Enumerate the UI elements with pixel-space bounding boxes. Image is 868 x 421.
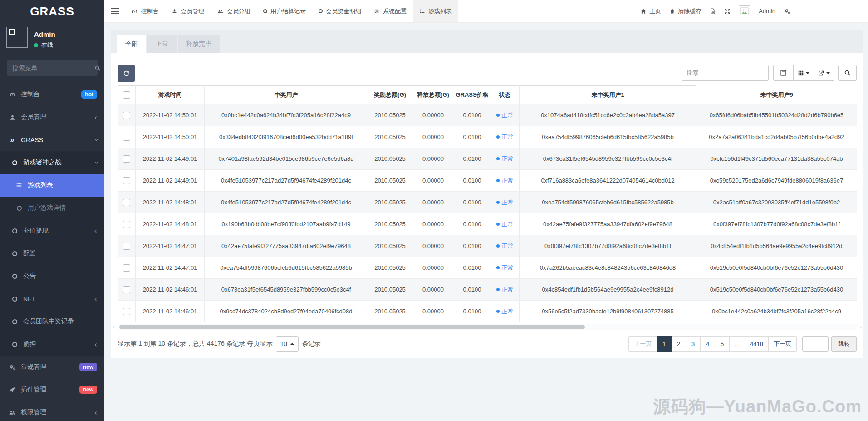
tab-user-settlement[interactable]: 用户结算记录 <box>257 0 312 22</box>
columns-dropdown-button[interactable] <box>794 65 814 81</box>
table-row: 2022-11-02 14:48:01 0x190b63b0db08be7cf9… <box>118 213 857 235</box>
scroll-right-icon[interactable]: › <box>860 324 862 330</box>
sidebar-item-team-win-records[interactable]: 会员团队中奖记录 <box>0 310 104 333</box>
scroll-left-icon[interactable]: ‹ <box>113 324 114 330</box>
filter-tab-normal[interactable]: 正常 <box>147 35 177 53</box>
table-row: 2022-11-02 14:47:01 0x42ae75fafe9f327775… <box>118 235 857 257</box>
home-link[interactable]: 主页 <box>640 7 661 15</box>
tab-system-config[interactable]: 系统配置 <box>368 0 413 22</box>
sidebar-item-label: 游戏诸神之战 <box>23 158 61 167</box>
settings-button[interactable] <box>784 8 791 15</box>
row-checkbox[interactable] <box>123 221 130 228</box>
cell-loser1-address: 0xea754df599876065cfeb6d615fbc585622a598… <box>520 192 696 213</box>
tab-label: 会员分组 <box>227 7 250 15</box>
sidebar-item-members[interactable]: 会员管理 ‹ <box>0 106 104 129</box>
table-search-input[interactable] <box>682 65 769 81</box>
topbar-avatar[interactable] <box>739 5 750 17</box>
refresh-button[interactable] <box>118 65 135 82</box>
cell-loser9-address: 0x2a7a2a06341bda1cd2d4ab05b7f56b0dbe4a2d… <box>696 126 857 148</box>
tab-label: 会员管理 <box>181 7 204 15</box>
row-checkbox[interactable] <box>123 199 130 206</box>
user-avatar[interactable] <box>6 27 28 48</box>
scrollbar-thumb[interactable] <box>119 325 585 329</box>
sidebar-item-game-list[interactable]: 游戏列表 <box>0 174 104 197</box>
row-checkbox[interactable] <box>123 286 130 293</box>
sidebar-item-label: 插件管理 <box>21 386 46 394</box>
sidebar-item-config[interactable]: 配置 <box>0 242 104 265</box>
row-checkbox[interactable] <box>123 243 130 250</box>
sidebar-item-label: GRASS <box>21 136 43 144</box>
page-button-1[interactable]: 1 <box>657 336 672 352</box>
sidebar: GRASS Admin 在线 控制台 hot 会员管理 ‹ » GRASS ‹ <box>0 0 104 421</box>
tab-member-funds[interactable]: 会员资金明细 <box>312 0 368 22</box>
sidebar-toggle-button[interactable] <box>104 0 125 22</box>
tab-dashboard[interactable]: 控制台 <box>125 0 165 22</box>
sidebar-item-grass[interactable]: » GRASS ‹ <box>0 129 104 151</box>
status-badge: 正常 <box>496 133 514 141</box>
column-header-loser9[interactable]: 未中奖用户9 <box>696 85 857 104</box>
filter-tab-all[interactable]: 全部 <box>117 35 146 53</box>
sidebar-item-general-manage[interactable]: 常规管理 new <box>0 356 104 378</box>
row-checkbox[interactable] <box>123 308 130 315</box>
page-button-last[interactable]: 4418 <box>745 336 769 352</box>
user-icon <box>172 8 177 14</box>
cell-loser9-address: 0x0bc1e442c0a624b34bf7fc3f205a16c28f22a4… <box>696 301 857 322</box>
cell-released-total: 0.00000 <box>412 148 454 169</box>
card-view-button[interactable] <box>773 65 794 81</box>
sidebar-item-recharge-withdraw[interactable]: 充值提现 ‹ <box>0 219 104 242</box>
page-jump-input[interactable] <box>802 336 829 352</box>
page-button-2[interactable]: 2 <box>672 336 686 352</box>
game-table: 游戏时间 中奖用户 奖励总额(G) 释放总额(G) GRASS价格 状态 未中奖… <box>118 85 857 322</box>
sidebar-item-user-game-detail[interactable]: 用户游戏详情 <box>0 197 104 219</box>
page-button-3[interactable]: 3 <box>686 336 701 352</box>
chevron-down-icon: ‹ <box>91 139 100 141</box>
tab-members[interactable]: 会员管理 <box>165 0 211 22</box>
sidebar-item-announcement[interactable]: 公告 <box>0 265 104 287</box>
language-button[interactable] <box>710 8 716 15</box>
row-checkbox[interactable] <box>123 134 130 141</box>
column-header-grass-price[interactable]: GRASS价格 <box>454 85 490 104</box>
row-checkbox[interactable] <box>123 112 130 119</box>
grass-submenu: 游戏诸神之战 ‹ 游戏列表 用户游戏详情 充值提现 ‹ 配置 <box>0 151 104 356</box>
column-header-game-time[interactable]: 游戏时间 <box>136 85 205 104</box>
search-icon <box>844 69 851 76</box>
row-checkbox[interactable] <box>123 177 130 184</box>
sidebar-item-label: 权限管理 <box>21 408 46 416</box>
table-body: 2022-11-02 14:50:01 0x0bc1e442c0a624b34b… <box>118 104 857 322</box>
table-footer: 显示第 1 到第 10 条记录，总共 44176 条记录 每页显示 10 条记录… <box>111 336 863 352</box>
filter-tab-released[interactable]: 释放完毕 <box>178 35 220 53</box>
row-checkbox[interactable] <box>123 264 130 272</box>
sidebar-item-nft[interactable]: NFT ‹ <box>0 287 104 310</box>
fullscreen-button[interactable] <box>724 8 731 15</box>
sidebar-item-dashboard[interactable]: 控制台 hot <box>0 83 104 106</box>
sidebar-item-plugin-manage[interactable]: 插件管理 new <box>0 378 104 401</box>
page-jump-button[interactable]: 跳转 <box>831 336 857 352</box>
column-header-winner[interactable]: 中奖用户 <box>205 85 368 104</box>
table-row: 2022-11-02 14:46:01 0x9cc74dc3784024cb8d… <box>118 301 857 322</box>
column-header-status[interactable]: 状态 <box>490 85 520 104</box>
column-header-released-total[interactable]: 释放总额(G) <box>412 85 454 104</box>
export-dropdown-button[interactable] <box>814 65 834 81</box>
tab-member-groups[interactable]: 会员分组 <box>211 0 257 22</box>
sidebar-item-permission-manage[interactable]: 权限管理 ‹ <box>0 401 104 421</box>
user-panel: Admin 在线 <box>0 23 104 57</box>
column-header-reward-total[interactable]: 奖励总额(G) <box>368 85 412 104</box>
column-header-loser1[interactable]: 未中奖用户1 <box>520 85 696 104</box>
new-badge: new <box>79 386 97 394</box>
topbar-username[interactable]: Admin <box>759 8 775 15</box>
advanced-search-button[interactable] <box>838 65 857 81</box>
hamburger-icon <box>111 8 119 14</box>
page-button-5[interactable]: 5 <box>715 336 730 352</box>
sidebar-search-input[interactable] <box>12 64 94 72</box>
page-button-4[interactable]: 4 <box>701 336 715 352</box>
select-all-checkbox[interactable] <box>123 91 130 99</box>
sidebar-item-game-gods-war[interactable]: 游戏诸神之战 ‹ <box>0 151 104 174</box>
cell-loser1-address: 0x4c854edf1fb1d5b564ae9e9955a2c4ee9fc891… <box>520 279 696 300</box>
next-page-button[interactable]: 下一页 <box>769 336 797 352</box>
tab-game-list[interactable]: 游戏列表 <box>413 0 458 22</box>
sidebar-item-staking[interactable]: 质押 ‹ <box>0 333 104 356</box>
prev-page-button[interactable]: 上一页 <box>628 336 657 352</box>
clear-cache-button[interactable]: 清除缓存 <box>669 7 701 15</box>
row-checkbox[interactable] <box>123 155 130 163</box>
page-size-dropdown[interactable]: 10 <box>276 336 299 352</box>
